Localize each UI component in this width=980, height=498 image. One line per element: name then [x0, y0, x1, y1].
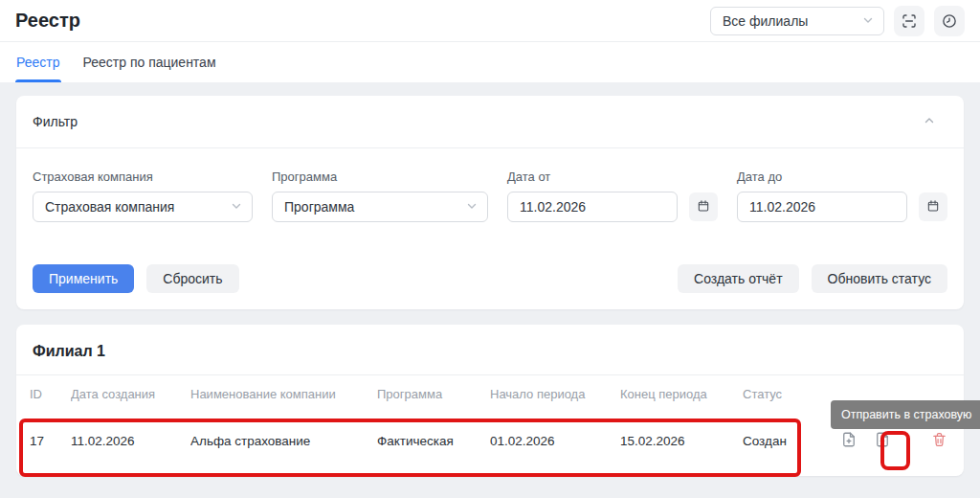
insurance-company-label: Страховая компания [33, 170, 253, 184]
program-label: Программа [272, 170, 488, 184]
page-title: Реестр [15, 10, 80, 32]
date-from-calendar-button[interactable] [689, 192, 718, 221]
row-status: Создан [743, 434, 838, 448]
filter-card-body: Страховая компания Страховая компания Пр… [16, 148, 964, 309]
filter-left-buttons: Применить Сбросить [33, 264, 239, 293]
date-to-label: Дата до [737, 170, 947, 184]
history-clock-icon [941, 12, 958, 30]
filter-fields: Страховая компания Страховая компания Пр… [33, 170, 947, 222]
field-insurance-company: Страховая компания Страховая компания [33, 170, 253, 222]
download-registry-file-button[interactable] [838, 429, 859, 454]
table-header-row: ID Дата создания Наименование компании П… [16, 375, 964, 413]
col-company: Наименование компании [190, 387, 377, 401]
top-bar: Реестр Все филиалы [0, 0, 980, 42]
branch-filter-select[interactable]: Все филиалы [710, 7, 884, 35]
scan-button[interactable] [894, 6, 924, 36]
filter-actions-row: Применить Сбросить Создать отчёт Обновит… [33, 264, 947, 293]
col-created-at: Дата создания [71, 387, 190, 401]
row-company: Альфа страхование [190, 434, 377, 448]
apply-button[interactable]: Применить [33, 264, 134, 293]
registry-table-card: Филиал 1 ID Дата создания Наименование к… [16, 325, 964, 476]
insurance-company-value: Страховая компания [45, 199, 174, 215]
scan-icon [901, 12, 918, 30]
field-date-from: Дата от 11.02.2026 [507, 170, 718, 222]
calendar-icon [926, 199, 940, 215]
file-upload-icon [874, 430, 891, 452]
col-program: Программа [377, 387, 490, 401]
reset-button[interactable]: Сбросить [146, 264, 238, 293]
calendar-icon [697, 199, 710, 215]
date-from-label: Дата от [507, 170, 718, 184]
file-plus-icon [840, 430, 858, 452]
insurance-company-select[interactable]: Страховая компания [33, 192, 253, 222]
tab-registry-by-patients-label: Реестр по пациентам [83, 55, 216, 70]
chevron-down-icon [862, 13, 874, 29]
history-button[interactable] [934, 6, 965, 36]
date-to-input[interactable]: 11.02.2026 [737, 192, 907, 222]
row-period-start: 01.02.2026 [490, 434, 620, 448]
trash-icon [931, 431, 947, 451]
program-select[interactable]: Программа [272, 192, 488, 222]
registry-page: Реестр Все филиалы [0, 0, 980, 498]
filter-card: Фильтр Страховая компания Страховая комп… [16, 96, 964, 309]
field-program: Программа Программа [272, 170, 488, 222]
filter-title: Фильтр [33, 114, 78, 129]
col-period-end: Конец периода [620, 387, 743, 401]
table-row: 17 11.02.2026 Альфа страхование Фактичес… [16, 413, 964, 469]
tab-registry-label: Реестр [16, 55, 60, 70]
row-id: 17 [30, 434, 71, 448]
update-status-button[interactable]: Обновить статус [812, 264, 947, 293]
tab-registry-by-patients[interactable]: Реестр по пациентам [82, 42, 217, 82]
filter-card-header: Фильтр [16, 96, 964, 148]
date-to-value: 11.02.2026 [749, 199, 815, 215]
tab-registry[interactable]: Реестр [15, 42, 61, 82]
date-to-calendar-button[interactable] [919, 192, 947, 221]
branch-group-title: Филиал 1 [16, 325, 964, 375]
send-to-insurance-button[interactable] [872, 429, 893, 454]
delete-registry-button[interactable] [928, 429, 949, 454]
col-status: Статус [743, 387, 838, 401]
row-actions [838, 429, 959, 454]
chevron-down-icon [466, 199, 478, 215]
send-to-insurance-tooltip: Отправить в страховую [831, 400, 980, 429]
field-date-to: Дата до 11.02.2026 [737, 170, 947, 222]
row-created-at: 11.02.2026 [71, 434, 190, 448]
col-period-start: Начало периода [490, 387, 620, 401]
filter-right-buttons: Создать отчёт Обновить статус [678, 264, 947, 293]
date-from-input[interactable]: 11.02.2026 [507, 192, 678, 222]
top-bar-actions: Все филиалы [710, 6, 965, 36]
row-program: Фактическая [377, 434, 490, 448]
date-from-value: 11.02.2026 [520, 199, 586, 215]
date-to-wrap: 11.02.2026 [737, 192, 947, 222]
branch-filter-value: Все филиалы [723, 13, 808, 29]
program-value: Программа [284, 199, 354, 215]
date-from-wrap: 11.02.2026 [507, 192, 718, 222]
row-period-end: 15.02.2026 [620, 434, 743, 448]
chevron-up-icon [924, 115, 935, 129]
chevron-down-icon [231, 199, 242, 215]
tabs-bar: Реестр Реестр по пациентам [0, 42, 980, 82]
create-report-button[interactable]: Создать отчёт [678, 264, 798, 293]
col-id: ID [30, 387, 71, 401]
filter-collapse-button[interactable] [924, 115, 935, 129]
